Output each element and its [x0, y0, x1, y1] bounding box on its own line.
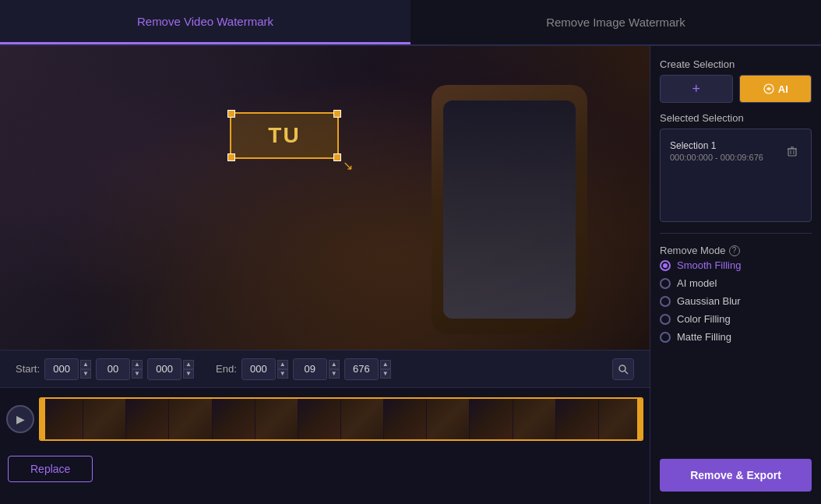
- divider: [660, 233, 812, 234]
- handle-bottom-left[interactable]: [227, 153, 235, 161]
- radio-gaussian-blur[interactable]: Gaussian Blur: [660, 295, 812, 307]
- frame-thumb-2: [83, 399, 126, 439]
- start-hours-spinner: ▲ ▼: [80, 360, 91, 379]
- search-icon: [618, 364, 629, 375]
- svg-rect-3: [788, 149, 796, 156]
- frame-thumb-1: [41, 399, 83, 439]
- start-minutes-up[interactable]: ▲: [132, 360, 143, 369]
- radio-color-filling[interactable]: Color Filling: [660, 313, 812, 325]
- tab-remove-video-label: Remove Video Watermark: [137, 15, 273, 28]
- ai-label: AI: [778, 83, 788, 95]
- help-icon: ?: [729, 245, 740, 256]
- create-selection-section: Create Selection + AI: [660, 58, 812, 103]
- end-minutes-spinner: ▲ ▼: [329, 360, 340, 379]
- radio-matte-filling[interactable]: Matte Filling: [660, 331, 812, 343]
- end-seconds-spinner: ▲ ▼: [380, 360, 391, 379]
- end-hours-spinner: ▲ ▼: [277, 360, 288, 379]
- remove-mode-label: Remove Mode: [660, 245, 726, 256]
- handle-top-left[interactable]: [227, 110, 235, 118]
- end-hours-down[interactable]: ▼: [277, 369, 288, 379]
- start-hours-input[interactable]: [44, 358, 79, 380]
- frame-thumb-14: [599, 399, 642, 439]
- search-icon-button[interactable]: [612, 358, 634, 380]
- radio-smooth-filling[interactable]: Smooth Filling: [660, 259, 812, 271]
- radio-circle-matte: [660, 332, 671, 343]
- end-label: End:: [216, 363, 237, 375]
- remove-mode-section: Remove Mode ? Smooth Filling AI model Ga…: [660, 245, 812, 343]
- frame-thumb-13: [556, 399, 599, 439]
- create-selection-title: Create Selection: [660, 58, 812, 70]
- selection-time: 000:00:000 - 000:09:676: [670, 153, 763, 162]
- end-minutes-up[interactable]: ▲: [329, 360, 340, 369]
- phone-silhouette: [432, 85, 587, 334]
- replace-button[interactable]: Replace: [8, 456, 93, 482]
- radio-label-smooth: Smooth Filling: [677, 259, 741, 271]
- timeline-left-marker: [41, 399, 45, 439]
- tab-remove-image-label: Remove Image Watermark: [546, 16, 685, 29]
- create-selection-buttons: + AI: [660, 75, 812, 103]
- radio-circle-ai: [660, 278, 671, 289]
- start-hours-down[interactable]: ▼: [80, 369, 91, 379]
- start-label: Start:: [16, 363, 40, 375]
- selected-selection-section: Selected Selection Selection 1 000:00:00…: [660, 112, 812, 222]
- end-seconds-down[interactable]: ▼: [380, 369, 391, 379]
- selection-name: Selection 1: [670, 140, 763, 151]
- tab-remove-video-watermark[interactable]: Remove Video Watermark: [0, 0, 410, 44]
- end-minutes-input[interactable]: [293, 358, 327, 380]
- handle-bottom-right[interactable]: [333, 153, 341, 161]
- frame-thumb-12: [513, 399, 556, 439]
- timeline-track[interactable]: [39, 397, 643, 441]
- remove-export-label: Remove & Export: [690, 469, 781, 481]
- watermark-selection-box[interactable]: TU ↘: [230, 112, 339, 159]
- start-minutes-input[interactable]: [96, 358, 130, 380]
- start-seconds-down[interactable]: ▼: [183, 369, 194, 379]
- time-controls: Start: ▲ ▼ ▲ ▼ ▲ ▼ End: ▲ ▼: [0, 350, 650, 387]
- timeline-frames: [41, 399, 642, 439]
- radio-circle-color: [660, 314, 671, 325]
- end-seconds-up[interactable]: ▲: [380, 360, 391, 369]
- right-panel: Create Selection + AI Selected Selection: [650, 46, 821, 504]
- selected-selection-title: Selected Selection: [660, 112, 812, 124]
- start-minutes-spinner: ▲ ▼: [132, 360, 143, 379]
- plus-icon: +: [692, 81, 700, 97]
- selection-item-info: Selection 1 000:00:000 - 000:09:676: [670, 140, 763, 162]
- frame-thumb-3: [126, 399, 169, 439]
- end-seconds-input[interactable]: [344, 358, 379, 380]
- bottom-buttons: Replace: [0, 449, 650, 488]
- svg-point-0: [619, 365, 625, 372]
- frame-thumb-6: [255, 399, 298, 439]
- delete-selection-button[interactable]: [783, 142, 802, 160]
- trash-icon: [787, 146, 798, 157]
- end-hours-input[interactable]: [241, 358, 276, 380]
- radio-circle-gaussian: [660, 296, 671, 307]
- start-hours-up[interactable]: ▲: [80, 360, 91, 369]
- start-seconds-spinner: ▲ ▼: [183, 360, 194, 379]
- frame-thumb-4: [169, 399, 212, 439]
- frame-thumb-11: [470, 399, 513, 439]
- remove-export-button[interactable]: Remove & Export: [660, 459, 812, 492]
- replace-label: Replace: [30, 463, 70, 475]
- video-container[interactable]: TU ↘: [0, 46, 650, 350]
- ai-selection-button[interactable]: AI: [739, 75, 812, 103]
- end-hours-up[interactable]: ▲: [277, 360, 288, 369]
- ai-icon: [763, 83, 775, 95]
- tab-remove-image-watermark[interactable]: Remove Image Watermark: [410, 0, 821, 44]
- start-seconds-up[interactable]: ▲: [183, 360, 194, 369]
- add-selection-button[interactable]: +: [660, 75, 733, 103]
- watermark-text: TU: [268, 123, 300, 148]
- end-minutes-down[interactable]: ▼: [329, 369, 340, 379]
- tab-bar: Remove Video Watermark Remove Image Wate…: [0, 0, 821, 46]
- start-seconds-input[interactable]: [147, 358, 181, 380]
- radio-label-matte: Matte Filling: [677, 331, 731, 343]
- handle-top-right[interactable]: [333, 110, 341, 118]
- remove-mode-title: Remove Mode ?: [660, 245, 812, 256]
- start-minutes-down[interactable]: ▼: [132, 369, 143, 379]
- video-area: TU ↘ Start: ▲ ▼ ▲ ▼ ▲ ▼: [0, 46, 650, 504]
- frame-thumb-7: [298, 399, 341, 439]
- play-button[interactable]: ▶: [6, 405, 34, 433]
- svg-line-1: [625, 371, 628, 374]
- radio-ai-model[interactable]: AI model: [660, 277, 812, 289]
- phone-screen: [443, 100, 576, 319]
- radio-circle-smooth: [660, 260, 671, 271]
- timeline-right-marker: [637, 399, 642, 439]
